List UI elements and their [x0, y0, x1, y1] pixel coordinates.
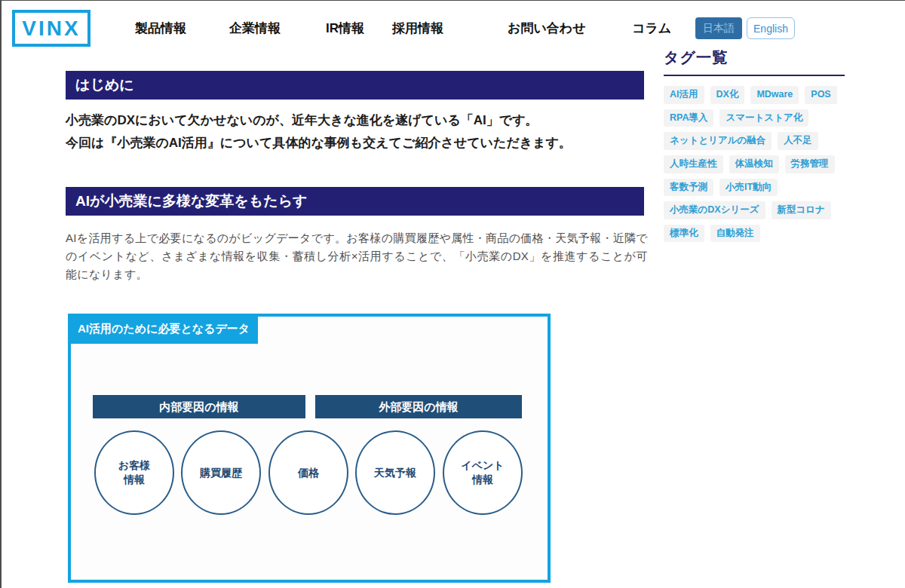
intro-paragraph: 小売業のDXにおいて欠かせないのが、近年大きな進化を遂げている「AI」です。 今… — [66, 109, 650, 155]
tag-pos[interactable]: POS — [805, 86, 836, 104]
diagram-title-tab: AI活用のために必要となるデータ — [68, 314, 258, 344]
circle-label-line: 価格 — [298, 466, 319, 480]
tag-kouri-it-doukou[interactable]: 小売IT動向 — [719, 179, 778, 197]
tag-roumu-kanri[interactable]: 労務管理 — [785, 155, 835, 173]
section-heading-ai-change: AIが小売業に多様な変革をもたらす — [66, 187, 644, 216]
circle-label-line: 情報 — [472, 473, 493, 487]
tag-net-real[interactable]: ネットとリアルの融合 — [664, 132, 772, 150]
tag-shingata-corona[interactable]: 新型コロナ — [772, 201, 831, 219]
tag-dx-ka[interactable]: DX化 — [710, 86, 745, 104]
diagram-group-external: 外部要因の情報 — [315, 395, 522, 418]
language-toggle-english[interactable]: English — [747, 17, 795, 39]
tag-jidou-hacchuu[interactable]: 自動発注 — [710, 225, 760, 243]
circle-label-line: イベント — [461, 458, 504, 473]
intro-line-1: 小売業のDXにおいて欠かせないのが、近年大きな進化を遂げている「AI」です。 — [66, 109, 650, 132]
tag-kourigyou-dx-series[interactable]: 小売業のDXシリーズ — [664, 201, 765, 219]
intro-line-2: 今回は『小売業のAI活用』について具体的な事例も交えてご紹介させていただきます。 — [66, 132, 650, 155]
nav-item-ir[interactable]: IR情報 — [326, 1, 364, 57]
diagram-circle-purchase-history: 購買履歴 — [181, 430, 261, 515]
diagram-circle-customer-info: お客様 情報 — [94, 430, 174, 515]
circle-label-line: 購買履歴 — [200, 466, 242, 480]
section-heading-intro: はじめに — [66, 71, 644, 100]
diagram-circle-price: 価格 — [268, 430, 348, 515]
nav-item-products[interactable]: 製品情報 — [135, 1, 186, 57]
diagram-circle-event-info: イベント 情報 — [443, 430, 523, 515]
nav-item-contact[interactable]: お問い合わせ — [508, 1, 586, 57]
diagram-circle-weather: 天気予報 — [355, 430, 435, 515]
tag-ai-katsuyou[interactable]: AI活用 — [664, 86, 704, 104]
tag-taion-kenchi[interactable]: 体温検知 — [729, 155, 779, 173]
ai-data-diagram: AI活用のために必要となるデータ 内部要因の情報 外部要因の情報 お客様 情報 … — [68, 314, 551, 583]
circle-label-line: お客様 — [118, 458, 150, 473]
tag-hyoujunka[interactable]: 標準化 — [664, 225, 704, 243]
circle-label-line: 天気予報 — [374, 466, 416, 480]
tag-jinji-seisansei[interactable]: 人時生産性 — [664, 155, 723, 173]
tag-sidebar: タグ一覧 AI活用 DX化 MDware POS RPA導入 スマートストア化 … — [664, 47, 845, 242]
vinx-logo[interactable]: VINX — [12, 10, 90, 47]
tag-list-title: タグ一覧 — [664, 47, 845, 76]
body-paragraph: AIを活用する上で必要になるのがビッグデータです。お客様の購買履歴や属性・商品の… — [66, 229, 648, 283]
tag-mdware[interactable]: MDware — [750, 86, 799, 104]
nav-item-company[interactable]: 企業情報 — [229, 1, 281, 57]
tag-kyakusuu-yosoku[interactable]: 客数予測 — [664, 179, 713, 197]
tag-rpa[interactable]: RPA導入 — [664, 109, 713, 127]
circle-label-line: 情報 — [124, 473, 145, 487]
tag-list: AI活用 DX化 MDware POS RPA導入 スマートストア化 ネットとリ… — [664, 86, 845, 242]
page: VINX 製品情報 企業情報 IR情報 採用情報 お問い合わせ コラム 日本語 … — [0, 0, 905, 588]
nav-item-recruit[interactable]: 採用情報 — [392, 1, 443, 57]
language-toggle-japanese[interactable]: 日本語 — [695, 17, 742, 39]
tag-hitobusoku[interactable]: 人不足 — [778, 132, 818, 150]
tag-smart-store[interactable]: スマートストア化 — [719, 109, 808, 127]
diagram-group-internal: 内部要因の情報 — [93, 395, 305, 418]
